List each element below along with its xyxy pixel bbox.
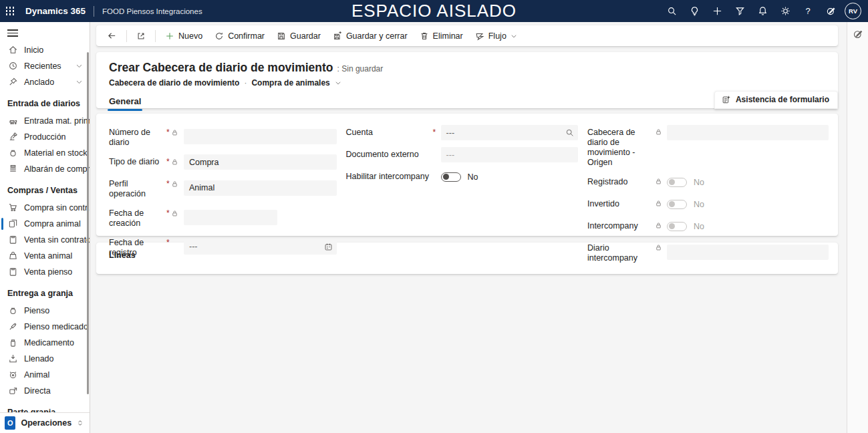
sidebar-section-entrega-a-granja: Entrega a granja xyxy=(0,280,90,303)
sidebar-item-entrada-mat-prima[interactable]: Entrada mat. prima xyxy=(0,113,90,129)
field-label: Documento externo xyxy=(346,147,433,160)
back-button[interactable] xyxy=(102,28,122,43)
feedback-icon[interactable] xyxy=(853,29,863,39)
avatar[interactable]: RV xyxy=(845,3,861,19)
eliminar-button[interactable]: Eliminar xyxy=(414,29,468,43)
confirmar-label: Confirmar xyxy=(228,31,265,41)
search-icon[interactable] xyxy=(660,0,683,22)
lock-icon xyxy=(655,222,662,229)
fecha-de-registro-input[interactable]: --- xyxy=(184,239,337,255)
form-column-1: Número de diario * Tipo de diario * Comp… xyxy=(109,125,337,270)
tab-general[interactable]: General xyxy=(109,96,141,111)
guardar-y-cerrar-button[interactable]: Guardar y cerrar xyxy=(327,29,413,43)
feedback-icon[interactable] xyxy=(819,0,842,22)
documento-externo-input: --- xyxy=(441,147,578,162)
required-asterisk: * xyxy=(166,239,170,247)
toggle-state-label: No xyxy=(694,178,704,187)
field-label: Cuenta xyxy=(346,125,433,138)
app-switcher[interactable]: O Operaciones xyxy=(0,412,90,433)
clipboard-icon xyxy=(8,235,18,245)
fecha-de-creacion-input[interactable] xyxy=(184,210,277,225)
required-asterisk: * xyxy=(166,158,170,166)
lock-icon xyxy=(171,158,178,166)
sidebar-item-label: Material en stock xyxy=(24,148,87,158)
gear-icon[interactable] xyxy=(774,0,797,22)
app-brand[interactable]: Dynamics 365 xyxy=(25,6,86,16)
sidebar-item-label: Inicio xyxy=(24,45,43,55)
sidebar-scrollbar[interactable] xyxy=(87,52,89,394)
chevron-down-icon xyxy=(76,62,83,69)
form-assist-label: Asistencia de formulario xyxy=(736,95,829,104)
guardar-button[interactable]: Guardar xyxy=(271,29,326,43)
habilitar-intercompany-toggle[interactable] xyxy=(441,172,461,182)
chevron-down-icon[interactable] xyxy=(335,80,341,86)
help-icon[interactable]: ? xyxy=(797,0,819,22)
bag-icon xyxy=(8,251,18,261)
pages-transfer-icon xyxy=(8,219,18,229)
sidebar-item-directa[interactable]: Directa xyxy=(0,383,90,399)
form-column-3: Cabecera de diario de movimiento - Orige… xyxy=(587,125,829,270)
plus-icon[interactable] xyxy=(706,0,728,22)
chevron-down-icon xyxy=(511,33,517,39)
confirmar-button[interactable]: Confirmar xyxy=(209,29,270,43)
sidebar-item-albaran-de-compra[interactable]: Albarán de compra xyxy=(0,161,90,177)
refresh-icon xyxy=(214,31,224,41)
field-diario-intercompany: Diario intercompany xyxy=(587,241,829,263)
field-label: Perfil operación xyxy=(109,176,166,199)
back-arrow-icon xyxy=(107,31,117,41)
field-label: Invertido xyxy=(587,196,655,209)
document-lines-icon xyxy=(8,164,18,174)
calendar-icon[interactable] xyxy=(324,243,333,251)
tipo-de-diario-input[interactable]: Compra xyxy=(184,154,337,170)
perfil-operacion-input[interactable]: Animal xyxy=(184,180,337,196)
flujo-label: Flujo xyxy=(488,31,507,41)
environment-name[interactable]: FOOD Piensos Integraciones xyxy=(102,7,202,15)
sidebar-item-venta-sin-contrato[interactable]: Venta sin contrato xyxy=(0,232,90,248)
field-documento-externo: Documento externo --- xyxy=(346,147,578,162)
action-toolbar: Nuevo Confirmar Guardar Guardar y cerrar… xyxy=(96,25,838,46)
sidebar-item-medicamento[interactable]: Medicamento xyxy=(0,335,90,351)
sidebar-item-animal[interactable]: Animal xyxy=(0,367,90,383)
save-close-icon xyxy=(333,31,342,41)
lightbulb-icon[interactable] xyxy=(683,0,706,22)
guardar-label: Guardar xyxy=(290,31,321,41)
record-view-selector[interactable]: Compra de animales xyxy=(251,78,329,88)
waffle-icon[interactable] xyxy=(0,0,20,22)
field-label: Tipo de diario xyxy=(109,154,166,167)
invertido-toggle xyxy=(667,200,687,209)
numero-de-diario-input[interactable] xyxy=(184,129,337,144)
sidebar-item-material-en-stock[interactable]: Material en stock xyxy=(0,145,90,161)
lock-icon xyxy=(171,180,178,188)
flujo-button[interactable]: Flujo xyxy=(470,29,523,43)
sidebar-item-pienso-medicado[interactable]: Pienso medicado xyxy=(0,319,90,335)
sidebar-item-recientes[interactable]: Recientes xyxy=(0,58,90,74)
field-numero-de-diario: Número de diario * xyxy=(109,125,337,148)
sidebar-item-compra-sin-contrato[interactable]: Compra sin contr... xyxy=(0,200,90,216)
pig-icon xyxy=(8,370,18,380)
filter-icon[interactable] xyxy=(728,0,751,22)
nuevo-button[interactable]: Nuevo xyxy=(160,29,208,43)
cart-edit-icon xyxy=(8,202,18,212)
sidebar-item-label: Recientes xyxy=(24,61,61,71)
cuenta-input[interactable]: --- xyxy=(441,125,578,140)
sidebar-item-label: Albarán de compra xyxy=(24,164,90,174)
sidebar-item-label: Animal xyxy=(24,370,49,380)
toggle-state-label: No xyxy=(694,200,704,209)
sidebar-item-pienso[interactable]: Pienso xyxy=(0,303,90,319)
sidebar-item-venta-pienso[interactable]: Venta pienso xyxy=(0,264,90,280)
sidebar-item-label: Entrada mat. prima xyxy=(24,116,90,126)
popout-icon xyxy=(136,31,146,41)
required-asterisk: * xyxy=(166,128,170,136)
sidebar-item-compra-animal[interactable]: Compra animal xyxy=(0,216,90,232)
popout-button[interactable] xyxy=(131,29,151,43)
right-rail xyxy=(847,22,868,433)
lookup-search-icon[interactable] xyxy=(565,128,574,137)
bell-icon[interactable] xyxy=(751,0,774,22)
sidebar-item-venta-animal[interactable]: Venta animal xyxy=(0,248,90,264)
sidebar-item-inicio[interactable]: Inicio xyxy=(0,42,90,58)
sidebar-item-produccion[interactable]: Producción xyxy=(0,129,90,145)
sidebar-item-llenado[interactable]: Llenado xyxy=(0,351,90,367)
sidebar-item-anclado[interactable]: Anclado xyxy=(0,74,90,90)
form-assist-button[interactable]: Asistencia de formulario xyxy=(714,91,838,109)
hamburger-icon[interactable] xyxy=(7,29,18,37)
